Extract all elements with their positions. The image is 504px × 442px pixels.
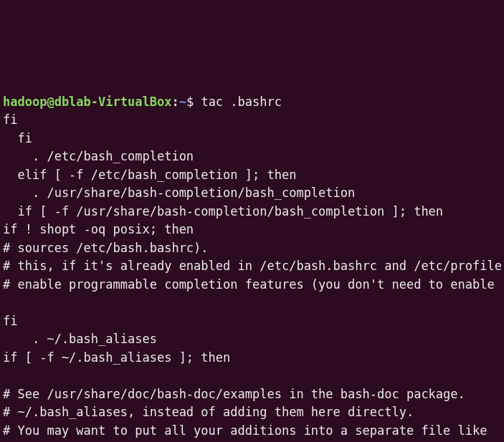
output-line: . /etc/bash_completion bbox=[3, 149, 194, 163]
prompt-user-host: hadoop@dblab-VirtualBox bbox=[3, 95, 171, 109]
prompt-dollar: $ bbox=[186, 95, 201, 109]
output-line: # this, if it's already enabled in /etc/… bbox=[3, 259, 502, 273]
terminal-window[interactable]: hadoop@dblab-VirtualBox:~$ tac .bashrc f… bbox=[3, 75, 501, 442]
prompt-colon: : bbox=[171, 95, 179, 109]
output-line: fi bbox=[3, 314, 17, 328]
output-line: if ! shopt -oq posix; then bbox=[3, 222, 194, 236]
output-line: # See /usr/share/doc/bash-doc/examples i… bbox=[3, 387, 465, 401]
prompt-line: hadoop@dblab-VirtualBox:~$ tac .bashrc bbox=[3, 95, 282, 109]
output-line: fi bbox=[3, 131, 32, 145]
output-line: # enable programmable completion feature… bbox=[3, 277, 495, 292]
output-line: # ~/.bash_aliases, instead of adding the… bbox=[3, 405, 414, 419]
output-line: # sources /etc/bash.bashrc). bbox=[3, 241, 209, 255]
output-line: if [ -f /usr/share/bash-completion/bash_… bbox=[3, 204, 443, 218]
output-line: . ~/.bash_aliases bbox=[3, 332, 157, 346]
output-line: # You may want to put all your additions… bbox=[3, 423, 488, 438]
command-text: tac .bashrc bbox=[201, 95, 282, 109]
output-line: elif [ -f /etc/bash_completion ]; then bbox=[3, 168, 296, 182]
output-line: if [ -f ~/.bash_aliases ]; then bbox=[3, 350, 230, 365]
prompt-path: ~ bbox=[179, 95, 186, 109]
output-line: fi bbox=[3, 112, 17, 127]
output-line: . /usr/share/bash-completion/bash_comple… bbox=[3, 186, 355, 200]
